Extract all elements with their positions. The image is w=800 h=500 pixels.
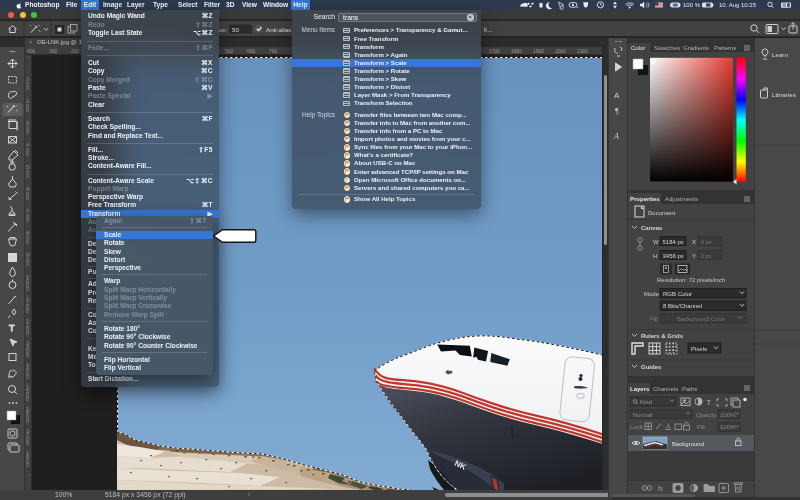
svg-text:0 px: 0 px [701, 239, 712, 245]
svg-text:Background Color: Background Color [677, 316, 725, 322]
svg-text:0: 0 [26, 309, 29, 314]
svg-text:0: 0 [26, 174, 29, 179]
svg-text:Swatches: Swatches [654, 45, 680, 51]
svg-text:Adjustments: Adjustments [665, 196, 698, 202]
svg-text:Mode: Mode [644, 291, 660, 297]
svg-text:8 Bits/Channel: 8 Bits/Channel [663, 303, 702, 309]
svg-text:Libraries: Libraries [772, 91, 796, 98]
svg-text:600: 600 [247, 48, 256, 54]
svg-text:0: 0 [26, 331, 29, 336]
svg-text:Paths: Paths [682, 386, 697, 392]
svg-text:0: 0 [26, 86, 29, 91]
svg-text:W: W [653, 239, 659, 245]
svg-text:Canvas: Canvas [641, 225, 663, 231]
svg-text:Background: Background [672, 441, 704, 447]
svg-text:100%: 100% [720, 412, 736, 418]
svg-text:0: 0 [26, 152, 29, 157]
svg-text:0: 0 [26, 218, 29, 223]
svg-text:1700: 1700 [489, 48, 500, 54]
svg-text:2000: 2000 [555, 48, 566, 54]
svg-text:500: 500 [225, 48, 234, 54]
svg-text:0: 0 [26, 196, 29, 201]
svg-text:RGB Color: RGB Color [663, 291, 692, 297]
svg-text:Resolution: 72 pixels/inch: Resolution: 72 pixels/inch [657, 277, 725, 283]
svg-text:300: 300 [49, 48, 58, 54]
svg-text:10. Aug 10:25: 10. Aug 10:25 [719, 2, 757, 8]
svg-text:3456 px: 3456 px [663, 253, 684, 259]
svg-text:0: 0 [26, 463, 29, 468]
svg-text:A: A [613, 132, 619, 141]
svg-text:0 px: 0 px [701, 253, 712, 259]
svg-text:Rulers & Grids: Rulers & Grids [641, 333, 684, 339]
svg-text:Guides: Guides [641, 364, 662, 370]
svg-text:Properties: Properties [630, 196, 660, 202]
svg-text:k...: k... [484, 26, 493, 33]
svg-text:T: T [9, 323, 15, 333]
svg-text:fx: fx [658, 485, 664, 492]
svg-text:0: 0 [26, 130, 29, 135]
svg-text:200: 200 [71, 48, 80, 54]
svg-text:100%: 100% [720, 424, 736, 430]
svg-text:Fill: Fill [650, 316, 658, 322]
svg-text:1900: 1900 [533, 48, 544, 54]
svg-text:0: 0 [26, 375, 29, 380]
svg-text:Layers: Layers [630, 386, 650, 392]
svg-text:Gradients: Gradients [683, 45, 709, 51]
svg-text:0: 0 [26, 240, 29, 245]
svg-text:50: 50 [232, 26, 239, 33]
svg-text:0: 0 [26, 397, 29, 402]
svg-text:5184 px: 5184 px [663, 239, 684, 245]
svg-text:X: X [692, 239, 696, 245]
svg-text:100 %: 100 % [683, 2, 701, 8]
svg-text:¶: ¶ [615, 107, 619, 116]
svg-text:700: 700 [269, 48, 278, 54]
svg-text:2100: 2100 [577, 48, 588, 54]
svg-text:Pixels: Pixels [691, 346, 707, 352]
svg-text:Fill:: Fill: [697, 424, 707, 430]
svg-text:1800: 1800 [511, 48, 522, 54]
svg-text:Document: Document [648, 210, 676, 216]
svg-text:T: T [707, 398, 712, 407]
svg-text:ce:: ce: [219, 26, 228, 33]
svg-text:Y: Y [692, 253, 696, 259]
svg-text:A: A [614, 91, 620, 100]
svg-text:0: 0 [26, 441, 29, 446]
svg-text:Learn: Learn [772, 51, 788, 58]
svg-text:Lock:: Lock: [630, 424, 645, 430]
svg-text:Normal: Normal [633, 412, 652, 418]
svg-text:Color: Color [631, 45, 645, 51]
svg-text:Kind: Kind [640, 399, 652, 405]
svg-text:400: 400 [27, 48, 36, 54]
svg-text:0: 0 [26, 287, 29, 292]
svg-text:Opacity:: Opacity: [696, 412, 718, 418]
svg-text:Anti-alias: Anti-alias [266, 26, 291, 33]
svg-text:H: H [653, 253, 657, 259]
svg-text:0: 0 [26, 108, 29, 113]
svg-text:0: 0 [26, 419, 29, 424]
svg-text:Channels: Channels [653, 386, 678, 392]
svg-text:Patterns: Patterns [714, 45, 736, 51]
svg-text:0: 0 [26, 353, 29, 358]
svg-text:0: 0 [26, 262, 29, 267]
